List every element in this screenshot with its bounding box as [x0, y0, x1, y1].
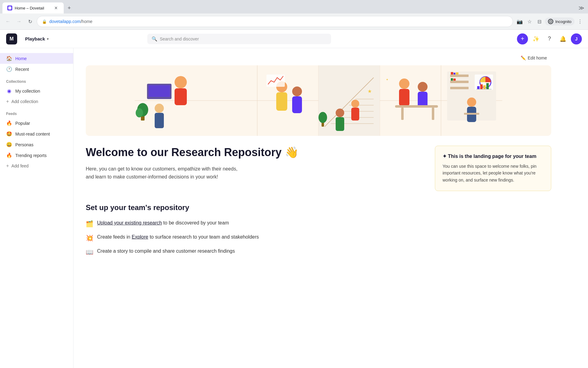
sidebar-toggle-icon[interactable]: ⊟: [535, 17, 544, 26]
browser-more-button[interactable]: ≫: [577, 3, 586, 13]
workspace-name: Playback: [25, 36, 45, 41]
sidebar-home-label: Home: [15, 56, 27, 61]
sidebar-must-read-label: Must-read content: [15, 132, 50, 136]
svg-rect-49: [456, 72, 458, 75]
landing-page-callout: ✦ This is the landing page for your team…: [435, 146, 551, 191]
story-emoji: 📖: [86, 247, 93, 257]
incognito-label: Incognito: [555, 19, 571, 24]
svg-rect-45: [450, 81, 469, 83]
svg-rect-42: [432, 108, 434, 120]
workspace-chevron-icon: ▾: [47, 37, 49, 41]
svg-rect-40: [395, 105, 438, 108]
svg-point-35: [318, 112, 327, 123]
setup-item-2: 💥 Create feeds in Explore to surface res…: [86, 233, 551, 243]
edit-home-bar: ✏️ Edit home: [74, 48, 564, 65]
sidebar-item-popular[interactable]: 🔥 Popular: [0, 118, 73, 128]
upload-emoji: 🗂️: [86, 219, 93, 228]
svg-point-38: [418, 82, 428, 92]
app-header: M Playback ▾ 🔍 Search and discover + ✨ ?…: [0, 30, 588, 48]
reload-button[interactable]: ↻: [26, 17, 34, 26]
sidebar-personas-label: Personas: [15, 142, 33, 147]
hero-illustration: ★ ✦: [86, 65, 551, 136]
add-collection-button[interactable]: + Add collection: [0, 96, 73, 107]
svg-rect-48: [454, 73, 455, 75]
smile-icon: 😀: [6, 142, 12, 148]
svg-marker-23: [318, 65, 380, 136]
notifications-icon[interactable]: 🔔: [557, 33, 568, 44]
sidebar-item-personas[interactable]: 😀 Personas: [0, 139, 73, 150]
workspace-selector[interactable]: Playback ▾: [22, 34, 52, 43]
hero-banner: ★ ✦: [86, 65, 551, 136]
trending-icon: 🔥: [6, 152, 12, 158]
svg-rect-50: [451, 78, 453, 81]
forward-button[interactable]: →: [15, 17, 23, 26]
svg-rect-41: [401, 108, 404, 120]
svg-rect-11: [175, 88, 187, 105]
svg-rect-9: [149, 85, 170, 97]
back-button[interactable]: ←: [4, 17, 12, 26]
add-feed-button[interactable]: + Add feed: [0, 161, 73, 171]
svg-point-12: [155, 104, 164, 113]
sidebar-popular-label: Popular: [15, 121, 30, 126]
new-tab-button[interactable]: +: [65, 4, 74, 12]
lock-icon: 🔒: [42, 19, 47, 24]
explore-emoji: 💥: [86, 233, 93, 243]
more-options-icon[interactable]: ⋮: [576, 17, 584, 26]
sidebar-item-recent[interactable]: 🕐 Recent: [0, 64, 73, 75]
camera-icon[interactable]: 📷: [515, 17, 524, 26]
sidebar-item-trending[interactable]: 🔥 Trending reports: [0, 150, 73, 161]
toolbar-actions: 📷 ☆ ⊟ Incognito ⋮: [515, 17, 584, 26]
content-inner: ✏️ Edit home: [74, 48, 564, 274]
header-actions: + ✨ ? 🔔 J: [517, 33, 582, 44]
workspace-icon[interactable]: M: [6, 33, 17, 44]
edit-home-button[interactable]: ✏️ Edit home: [516, 53, 551, 63]
upload-research-link[interactable]: Upload your existing research: [97, 220, 162, 225]
svg-rect-21: [266, 75, 285, 87]
collections-section-label: Collections: [0, 75, 73, 86]
bookmark-star-icon[interactable]: ☆: [525, 17, 534, 26]
sidebar-recent-label: Recent: [15, 67, 29, 72]
plus-icon: +: [6, 163, 9, 169]
svg-rect-46: [450, 87, 469, 89]
svg-rect-18: [276, 92, 287, 111]
main-layout: 🏠 Home 🕐 Recent Collections ◉ My collect…: [0, 48, 588, 368]
help-icon[interactable]: ?: [544, 33, 555, 44]
svg-rect-54: [464, 113, 479, 115]
collection-icon: ◉: [6, 88, 12, 94]
address-bar[interactable]: 🔒 dovetailapp.com/home: [37, 16, 513, 27]
welcome-section: Welcome to our Research Repository 👋 Her…: [74, 146, 564, 203]
svg-rect-13: [155, 113, 164, 128]
svg-rect-58: [480, 84, 483, 89]
fire-icon: 🔥: [6, 120, 12, 126]
feeds-section-label: Feeds: [0, 107, 73, 118]
incognito-button[interactable]: Incognito: [545, 17, 575, 25]
search-bar[interactable]: 🔍 Search and discover: [147, 34, 331, 44]
svg-rect-20: [292, 96, 302, 113]
sidebar-item-home[interactable]: 🏠 Home: [0, 53, 73, 64]
sidebar-trending-label: Trending reports: [15, 153, 47, 158]
svg-text:✦: ✦: [386, 78, 388, 81]
setup-item-3: 📖 Create a story to compile and share cu…: [86, 247, 551, 257]
explore-link[interactable]: Explore: [132, 234, 148, 240]
browser-toolbar: ← → ↻ 🔒 dovetailapp.com/home 📷 ☆ ⊟ Incog…: [0, 13, 588, 29]
url-display: dovetailapp.com/home: [49, 19, 508, 24]
svg-point-52: [467, 98, 476, 107]
sidebar-item-my-collection[interactable]: ◉ My collection: [0, 86, 73, 96]
create-button[interactable]: +: [517, 33, 528, 44]
tab-close-button[interactable]: ✕: [53, 5, 59, 11]
svg-rect-51: [453, 79, 456, 81]
avatar[interactable]: J: [571, 33, 582, 44]
svg-point-32: [351, 100, 359, 108]
add-feed-label: Add feed: [11, 163, 28, 168]
svg-point-30: [336, 109, 344, 117]
svg-rect-33: [351, 108, 359, 121]
welcome-text: Welcome to our Research Repository 👋 Her…: [86, 146, 423, 191]
sidebar-item-must-read[interactable]: 🤩 Must-read content: [0, 128, 73, 139]
setup-item-2-text: Create feeds in Explore to surface resea…: [97, 233, 259, 241]
active-tab[interactable]: Home – Dovetail ✕: [2, 2, 64, 13]
setup-item-1: 🗂️ Upload your existing research to be d…: [86, 219, 551, 228]
home-icon: 🏠: [6, 56, 12, 61]
svg-rect-60: [486, 83, 489, 89]
magic-icon[interactable]: ✨: [530, 33, 541, 44]
star-face-icon: 🤩: [6, 131, 12, 137]
